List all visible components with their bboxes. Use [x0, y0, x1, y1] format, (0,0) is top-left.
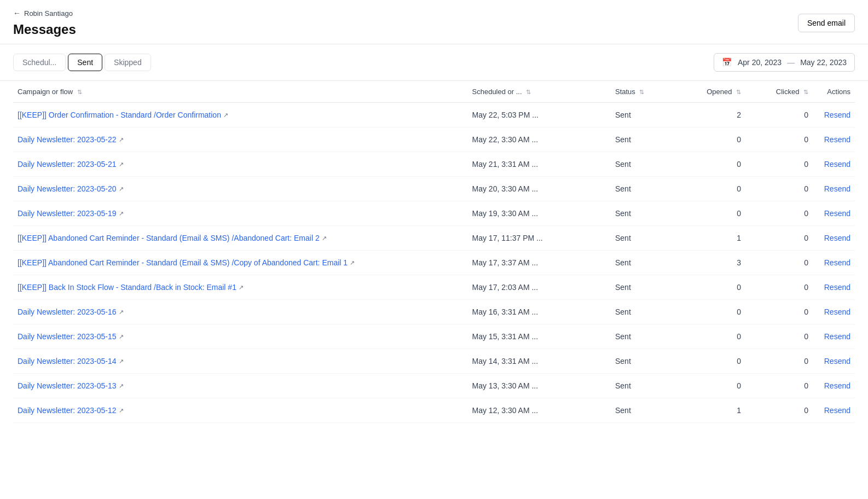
date-range-dash: —: [787, 58, 795, 67]
scheduled-cell: May 16, 3:31 AM ...: [468, 300, 611, 324]
table-row: Daily Newsletter: 2023-05-13 ↗ May 13, 3…: [13, 374, 855, 398]
campaign-link[interactable]: Daily Newsletter: 2023-05-14 ↗: [18, 357, 464, 365]
clicked-cell: 0: [745, 177, 813, 201]
col-header-opened: Opened ⇅: [678, 81, 745, 103]
resend-button[interactable]: Resend: [824, 283, 850, 292]
status-cell: Sent: [611, 201, 678, 226]
scheduled-cell: May 21, 3:31 AM ...: [468, 152, 611, 177]
campaign-link[interactable]: Daily Newsletter: 2023-05-13 ↗: [18, 381, 464, 390]
send-email-button[interactable]: Send email: [798, 14, 855, 32]
table-row: [[KEEP]] Order Confirmation - Standard /…: [13, 103, 855, 127]
sort-icon-opened[interactable]: ⇅: [736, 89, 741, 96]
resend-button[interactable]: Resend: [824, 111, 850, 119]
campaign-link[interactable]: Daily Newsletter: 2023-05-20 ↗: [18, 184, 464, 193]
tab-skipped[interactable]: Skipped: [105, 54, 151, 71]
resend-button[interactable]: Resend: [824, 209, 850, 218]
table-row: [[KEEP]] Abandoned Cart Reminder - Stand…: [13, 251, 855, 275]
table-row: Daily Newsletter: 2023-05-14 ↗ May 14, 3…: [13, 349, 855, 374]
resend-button[interactable]: Resend: [824, 135, 850, 144]
action-cell: Resend: [813, 324, 855, 349]
scheduled-cell: May 22, 5:03 PM ...: [468, 103, 611, 127]
action-cell: Resend: [813, 226, 855, 251]
campaign-link[interactable]: [[KEEP]] Abandoned Cart Reminder - Stand…: [18, 258, 464, 267]
campaign-cell: Daily Newsletter: 2023-05-15 ↗: [13, 324, 468, 349]
clicked-cell: 0: [745, 275, 813, 300]
external-link-icon: ↗: [350, 259, 355, 266]
scheduled-cell: May 12, 3:30 AM ...: [468, 398, 611, 423]
campaign-link[interactable]: Daily Newsletter: 2023-05-15 ↗: [18, 332, 464, 341]
scheduled-cell: May 15, 3:31 AM ...: [468, 324, 611, 349]
external-link-icon: ↗: [119, 185, 124, 193]
opened-cell: 0: [678, 300, 745, 324]
back-link[interactable]: ← Robin Santiago: [13, 9, 76, 18]
clicked-cell: 0: [745, 226, 813, 251]
table-row: Daily Newsletter: 2023-05-22 ↗ May 22, 3…: [13, 127, 855, 152]
campaign-cell: Daily Newsletter: 2023-05-20 ↗: [13, 177, 468, 201]
status-cell: Sent: [611, 275, 678, 300]
opened-cell: 1: [678, 398, 745, 423]
campaign-cell: Daily Newsletter: 2023-05-13 ↗: [13, 374, 468, 398]
table-row: Daily Newsletter: 2023-05-16 ↗ May 16, 3…: [13, 300, 855, 324]
campaign-link[interactable]: [[KEEP]] Abandoned Cart Reminder - Stand…: [18, 234, 464, 242]
status-cell: Sent: [611, 251, 678, 275]
clicked-cell: 0: [745, 374, 813, 398]
table-row: Daily Newsletter: 2023-05-15 ↗ May 15, 3…: [13, 324, 855, 349]
col-header-scheduled: Scheduled or ... ⇅: [468, 81, 611, 103]
external-link-icon: ↗: [239, 284, 244, 291]
date-range-end: May 22, 2023: [800, 58, 847, 67]
tab-scheduled[interactable]: Schedul...: [13, 54, 66, 71]
campaign-cell: [[KEEP]] Order Confirmation - Standard /…: [13, 103, 468, 127]
resend-button[interactable]: Resend: [824, 357, 850, 365]
status-cell: Sent: [611, 226, 678, 251]
back-arrow-icon: ←: [13, 9, 21, 18]
action-cell: Resend: [813, 374, 855, 398]
sort-icon-status[interactable]: ⇅: [639, 89, 644, 96]
resend-button[interactable]: Resend: [824, 332, 850, 341]
clicked-cell: 0: [745, 152, 813, 177]
table-row: [[KEEP]] Abandoned Cart Reminder - Stand…: [13, 226, 855, 251]
status-cell: Sent: [611, 177, 678, 201]
campaign-link[interactable]: [[KEEP]] Order Confirmation - Standard /…: [18, 111, 464, 119]
campaign-link[interactable]: Daily Newsletter: 2023-05-21 ↗: [18, 160, 464, 169]
opened-cell: 0: [678, 374, 745, 398]
table-row: Daily Newsletter: 2023-05-19 ↗ May 19, 3…: [13, 201, 855, 226]
clicked-cell: 0: [745, 201, 813, 226]
table-row: [[KEEP]] Back In Stock Flow - Standard /…: [13, 275, 855, 300]
resend-button[interactable]: Resend: [824, 406, 850, 415]
opened-cell: 0: [678, 152, 745, 177]
tab-sent[interactable]: Sent: [68, 54, 102, 71]
opened-cell: 0: [678, 349, 745, 374]
action-cell: Resend: [813, 300, 855, 324]
campaign-cell: Daily Newsletter: 2023-05-12 ↗: [13, 398, 468, 423]
external-link-icon: ↗: [119, 333, 124, 340]
status-cell: Sent: [611, 152, 678, 177]
date-range-picker[interactable]: 📅 Apr 20, 2023 — May 22, 2023: [714, 53, 855, 72]
sort-icon-clicked[interactable]: ⇅: [803, 89, 808, 96]
action-cell: Resend: [813, 275, 855, 300]
external-link-icon: ↗: [119, 309, 124, 316]
scheduled-cell: May 20, 3:30 AM ...: [468, 177, 611, 201]
resend-button[interactable]: Resend: [824, 184, 850, 193]
opened-cell: 0: [678, 177, 745, 201]
sort-icon-campaign[interactable]: ⇅: [77, 89, 82, 96]
resend-button[interactable]: Resend: [824, 160, 850, 169]
sort-icon-scheduled[interactable]: ⇅: [526, 89, 531, 96]
scheduled-cell: May 14, 3:31 AM ...: [468, 349, 611, 374]
resend-button[interactable]: Resend: [824, 234, 850, 242]
action-cell: Resend: [813, 201, 855, 226]
campaign-link[interactable]: Daily Newsletter: 2023-05-22 ↗: [18, 135, 464, 144]
resend-button[interactable]: Resend: [824, 307, 850, 316]
resend-button[interactable]: Resend: [824, 381, 850, 390]
col-header-status: Status ⇅: [611, 81, 678, 103]
clicked-cell: 0: [745, 127, 813, 152]
campaign-cell: Daily Newsletter: 2023-05-22 ↗: [13, 127, 468, 152]
campaign-link[interactable]: Daily Newsletter: 2023-05-12 ↗: [18, 406, 464, 415]
clicked-cell: 0: [745, 349, 813, 374]
resend-button[interactable]: Resend: [824, 258, 850, 267]
col-header-campaign: Campaign or flow ⇅: [13, 81, 468, 103]
col-header-clicked: Clicked ⇅: [745, 81, 813, 103]
campaign-link[interactable]: Daily Newsletter: 2023-05-19 ↗: [18, 209, 464, 218]
campaign-link[interactable]: Daily Newsletter: 2023-05-16 ↗: [18, 307, 464, 316]
action-cell: Resend: [813, 398, 855, 423]
campaign-link[interactable]: [[KEEP]] Back In Stock Flow - Standard /…: [18, 283, 464, 292]
